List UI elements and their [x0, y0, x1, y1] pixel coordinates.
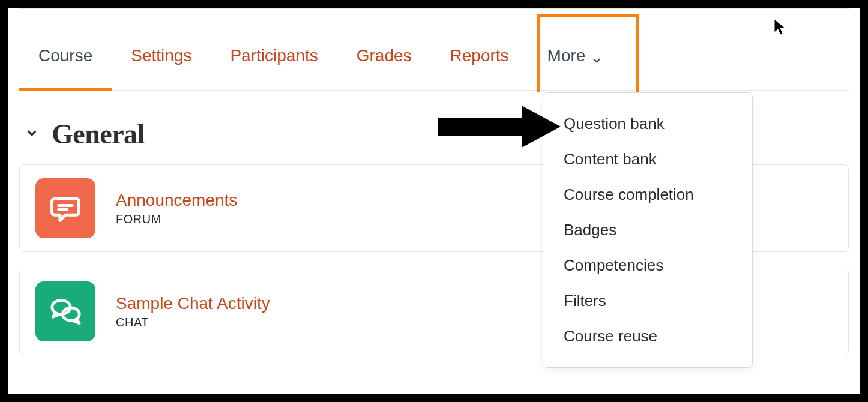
chat-icon [35, 281, 95, 341]
menu-question-bank[interactable]: Question bank [543, 106, 752, 142]
activity-title: Sample Chat Activity [116, 294, 270, 313]
menu-item-label: Question bank [564, 115, 665, 133]
menu-item-label: Course reuse [564, 327, 657, 345]
tab-participants[interactable]: Participants [211, 25, 337, 90]
menu-item-label: Filters [564, 292, 606, 310]
tab-label: Reports [450, 46, 509, 65]
activity-title: Announcements [116, 191, 237, 210]
menu-content-bank[interactable]: Content bank [543, 142, 752, 177]
tab-more[interactable]: More [528, 25, 622, 90]
tab-reports[interactable]: Reports [431, 25, 528, 90]
forum-icon [35, 178, 95, 238]
menu-item-label: Content bank [564, 150, 657, 168]
menu-course-completion[interactable]: Course completion [543, 177, 752, 212]
activity-text: Announcements FORUM [116, 191, 237, 226]
course-tabs: Course Settings Participants Grades Repo… [19, 19, 849, 91]
section-title: General [52, 118, 145, 150]
tab-grades[interactable]: Grades [337, 25, 431, 90]
menu-item-label: Course completion [564, 185, 694, 203]
menu-badges[interactable]: Badges [543, 212, 752, 248]
activity-text: Sample Chat Activity CHAT [116, 294, 270, 329]
menu-item-label: Badges [564, 221, 616, 239]
tab-label: Settings [131, 46, 191, 65]
menu-filters[interactable]: Filters [543, 283, 752, 319]
activity-type: FORUM [116, 212, 237, 226]
menu-item-label: Competencies [564, 256, 663, 274]
tab-label: More [547, 46, 586, 65]
chevron-down-icon [25, 127, 38, 142]
tab-settings[interactable]: Settings [112, 25, 211, 90]
course-page: Course Settings Participants Grades Repo… [8, 8, 860, 394]
activity-type: CHAT [116, 316, 270, 329]
menu-competencies[interactable]: Competencies [543, 248, 752, 283]
tab-label: Participants [230, 46, 318, 65]
tab-label: Course [38, 46, 92, 65]
chevron-down-icon [591, 51, 602, 70]
top-divider [19, 8, 849, 13]
more-dropdown: Question bank Content bank Course comple… [543, 92, 753, 368]
tab-label: Grades [357, 46, 412, 65]
menu-course-reuse[interactable]: Course reuse [543, 319, 752, 354]
tab-course[interactable]: Course [19, 25, 112, 90]
